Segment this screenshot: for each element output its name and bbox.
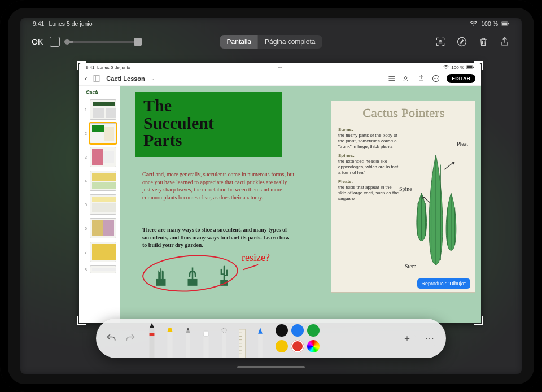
eraser-tool[interactable] (200, 328, 212, 358)
screenshot-preview[interactable]: 9:41 Lunes 5 de junio ••• 100 % ‹ Cacti … (79, 63, 481, 323)
page-title-block: The Succulent Parts (136, 92, 282, 157)
page-thumbnail[interactable] (90, 218, 116, 238)
color-swatch[interactable] (276, 324, 288, 337)
markup-tool-tray: ＋ ⋯ (96, 319, 446, 358)
page-thumbnail[interactable] (90, 147, 116, 167)
def-heading: Stems: (338, 127, 399, 133)
def-heading: Spines: (338, 153, 399, 159)
diagram-label: Spine (399, 186, 412, 192)
edit-button[interactable]: EDITAR (447, 74, 475, 83)
capture-mode-segmented[interactable]: Pantalla Página completa (220, 35, 322, 49)
inner-status-time: 9:41 (86, 65, 95, 70)
inner-battery-icon (466, 65, 474, 69)
svg-rect-22 (186, 333, 190, 358)
pen-tools (146, 319, 266, 358)
svg-point-16 (437, 78, 438, 79)
ipad-device-frame: 9:41 Lunes 5 de junio 100 % OK Pantalla (0, 0, 542, 392)
outline-icon[interactable] (388, 75, 396, 82)
multitask-dots-icon[interactable]: ••• (278, 65, 282, 70)
more-tools-button[interactable]: ⋯ (421, 330, 438, 347)
document-title[interactable]: Cacti Lesson (106, 75, 145, 82)
pen-tool[interactable] (146, 323, 158, 358)
annotation-dash (243, 264, 258, 271)
sidebar-toggle-icon[interactable] (93, 75, 100, 82)
svg-point-9 (388, 76, 389, 77)
def-heading: Pleats: (338, 179, 399, 185)
color-swatches (276, 324, 324, 352)
ipad-screen: 9:41 Lunes 5 de junio 100 % OK Pantalla (20, 18, 522, 374)
svg-point-26 (222, 328, 226, 333)
title-line: The (143, 96, 172, 115)
document-title-chevron-icon[interactable]: ⌄ (151, 76, 155, 81)
done-button[interactable]: OK (32, 37, 43, 46)
page-thumbnails-panel[interactable]: Cacti 1 2 3 4 5 6 7 8 (79, 86, 120, 323)
redo-button[interactable] (123, 331, 138, 346)
body-paragraph: There are many ways to slice a succulent… (142, 226, 295, 249)
opacity-slider[interactable] (67, 41, 140, 43)
outer-status-battery: 100 % (481, 20, 498, 27)
outer-status-bar: 9:41 Lunes 5 de junio 100 % (20, 18, 522, 29)
page-thumbnail[interactable] (90, 123, 116, 143)
collaborate-icon[interactable] (403, 75, 410, 82)
outer-status-date: Lunes 5 de junio (49, 20, 92, 27)
text-recognition-icon[interactable] (435, 36, 446, 47)
pencil-tool[interactable] (182, 328, 194, 358)
battery-icon (501, 21, 509, 27)
thumbnails-heading: Cacti (85, 89, 116, 95)
annotation-text: resize? (242, 252, 270, 264)
svg-rect-28 (258, 334, 263, 358)
color-swatch[interactable] (291, 324, 304, 337)
color-swatch[interactable] (276, 340, 288, 352)
intro-paragraph: Cacti and, more generally, succulents co… (142, 171, 295, 201)
page-thumbnail[interactable] (90, 171, 116, 191)
play-drawing-button[interactable]: Reproducir "Dibujo" (417, 278, 470, 289)
svg-rect-21 (167, 332, 172, 358)
more-options-icon[interactable] (432, 75, 440, 82)
page-thumbnail[interactable] (90, 265, 116, 273)
marker-tool[interactable] (164, 328, 176, 358)
seg-full-page[interactable]: Página completa (258, 35, 322, 49)
back-button[interactable]: ‹ (85, 74, 87, 82)
annotation-circle (141, 252, 239, 295)
page-thumbnail[interactable] (90, 242, 116, 262)
undo-button[interactable] (104, 331, 119, 346)
lasso-tool[interactable] (218, 328, 230, 358)
svg-point-12 (405, 76, 407, 79)
diagram-label: Stem (405, 263, 417, 269)
page-thumbnail[interactable] (90, 99, 116, 120)
seg-screen[interactable]: Pantalla (220, 35, 258, 49)
add-tool-button[interactable]: ＋ (399, 330, 416, 347)
cactus-illustration: Pleat Spine Stem (403, 124, 469, 283)
svg-rect-2 (508, 23, 509, 25)
diagram-label: Pleat (457, 141, 468, 147)
markup-toggle-icon[interactable] (456, 36, 467, 47)
inner-wifi-icon (443, 65, 449, 69)
color-swatch-selected[interactable] (291, 340, 304, 352)
svg-rect-1 (502, 23, 508, 25)
ruler-tool[interactable] (236, 328, 248, 358)
svg-rect-6 (473, 67, 474, 68)
page-thumbnail[interactable] (90, 194, 116, 215)
color-swatch[interactable] (307, 324, 320, 337)
screenshot-editor-toolbar: OK Pantalla Página completa (20, 31, 522, 53)
color-picker-icon[interactable] (307, 340, 320, 352)
def-text: the folds that appear in the skin of lar… (338, 185, 399, 201)
trash-icon[interactable] (478, 36, 489, 47)
crop-toggle-icon[interactable] (50, 37, 60, 47)
svg-rect-7 (93, 76, 100, 81)
pointers-title: Cactus Pointers (338, 107, 469, 119)
fountain-pen-tool[interactable] (254, 328, 266, 358)
home-indicator[interactable] (237, 366, 305, 368)
def-text: the extended needle-like appendages, whi… (338, 159, 398, 175)
svg-point-11 (388, 80, 389, 81)
svg-rect-5 (467, 66, 473, 68)
svg-point-10 (388, 78, 389, 79)
inner-share-icon[interactable] (417, 75, 425, 82)
share-icon[interactable] (499, 36, 510, 47)
inner-status-bar: 9:41 Lunes 5 de junio ••• 100 % (79, 63, 481, 71)
svg-point-15 (435, 78, 436, 79)
svg-rect-25 (222, 332, 226, 358)
title-line: Parts (143, 130, 182, 149)
document-canvas[interactable]: The Succulent Parts Cacti and, more gene… (120, 86, 481, 323)
svg-rect-24 (203, 331, 208, 336)
